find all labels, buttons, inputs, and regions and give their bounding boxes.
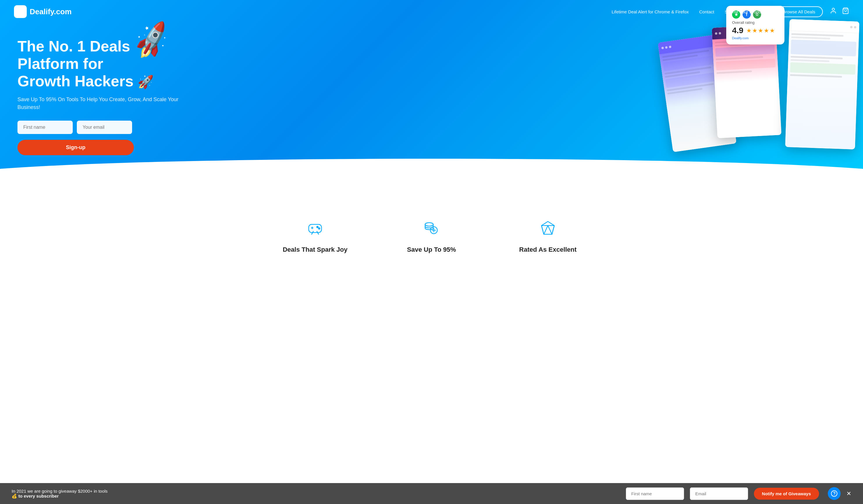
- logo-icon: 🏷: [14, 5, 27, 18]
- hero-section: ★ f G Overall rating 4.9 ★★★★★ Dealify.c…: [0, 0, 863, 190]
- feature-title-excellent: Rated As Excellent: [501, 246, 595, 254]
- feature-title-savings: Save Up To 95%: [385, 246, 478, 254]
- feature-item-excellent: Rated As Excellent: [490, 214, 606, 259]
- hero-firstname-input[interactable]: [17, 121, 73, 134]
- rating-stars: ★★★★★: [746, 27, 775, 34]
- user-icon-button[interactable]: [830, 7, 837, 16]
- svg-point-5: [317, 227, 318, 228]
- svg-point-0: [832, 8, 835, 11]
- rating-score: 4.9: [732, 26, 743, 35]
- nav-link-lifetime[interactable]: Lifetime Deal Alert for Chrome & Firefox: [612, 9, 689, 14]
- feature-title-joy: Deals That Spark Joy: [268, 246, 362, 254]
- svg-point-6: [318, 228, 320, 229]
- nav-link-submit[interactable]: Submit Your Product: [725, 9, 765, 14]
- logo-text: Dealify.com: [30, 7, 72, 16]
- coins-icon: [385, 219, 478, 239]
- hero-email-input[interactable]: [77, 121, 132, 134]
- gamepad-icon: [268, 219, 362, 239]
- nav: Lifetime Deal Alert for Chrome & Firefox…: [612, 7, 823, 17]
- hero-signup-button[interactable]: Sign-up: [17, 140, 134, 155]
- hero-content: The No. 1 Deals Platform for Growth Hack…: [0, 26, 204, 167]
- svg-line-14: [541, 225, 544, 234]
- feature-item-savings: Save Up To 95%: [373, 214, 490, 259]
- svg-line-12: [544, 225, 548, 234]
- diamond-icon: [501, 219, 595, 239]
- hero-subtitle: Save Up To 95% On Tools To Help You Crea…: [17, 95, 186, 111]
- svg-line-13: [548, 225, 552, 234]
- svg-point-7: [425, 223, 433, 226]
- logo[interactable]: 🏷 Dealify.com: [14, 5, 72, 18]
- cart-icon-button[interactable]: [842, 7, 849, 16]
- screenshot-inner-3: [785, 19, 859, 150]
- svg-line-15: [552, 225, 554, 234]
- nav-link-contact[interactable]: Contact: [699, 9, 714, 14]
- screenshot-card-3: [785, 19, 859, 150]
- hero-title-rocket: 🚀: [138, 75, 154, 89]
- features-section: Deals That Spark Joy Save Up To 95%: [0, 190, 863, 277]
- browse-all-deals-button[interactable]: Browse All Deals: [775, 7, 823, 17]
- hero-title-line2: Growth Hackers: [17, 73, 134, 90]
- hero-form: [17, 121, 186, 134]
- header: 🏷 Dealify.com Lifetime Deal Alert for Ch…: [0, 0, 863, 23]
- feature-item-joy: Deals That Spark Joy: [257, 214, 373, 259]
- rating-brand: Dealify.com: [732, 36, 779, 40]
- nav-icons: [830, 7, 849, 16]
- hero-title-line1: The No. 1 Deals Platform for: [17, 38, 130, 72]
